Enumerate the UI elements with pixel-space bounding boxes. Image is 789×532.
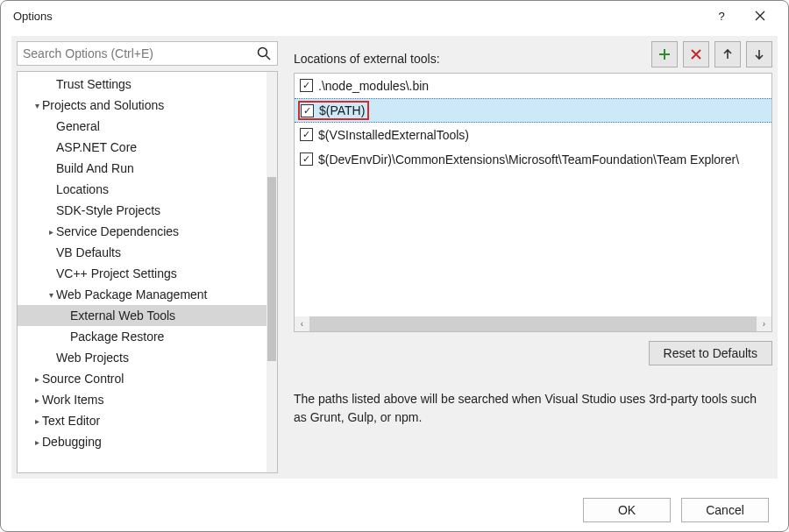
location-text: $(PATH) xyxy=(319,103,365,117)
checkbox[interactable]: ✓ xyxy=(300,128,313,141)
tree-item-label: Projects and Solutions xyxy=(42,98,164,112)
checkbox[interactable]: ✓ xyxy=(301,104,314,117)
tree-item-label: Debugging xyxy=(42,435,102,449)
close-icon xyxy=(755,11,765,21)
location-text: $(VSInstalledExternalTools) xyxy=(318,128,469,142)
tree-item[interactable]: General xyxy=(18,116,267,137)
arrow-up-icon xyxy=(721,48,734,60)
tree-item[interactable]: ▸Service Dependencies xyxy=(18,221,267,242)
tree-item[interactable]: SDK-Style Projects xyxy=(18,200,267,221)
tree-item[interactable]: ▾Web Package Management xyxy=(18,284,267,305)
tree-scroll-thumb[interactable] xyxy=(267,177,276,361)
delete-button[interactable] xyxy=(683,41,709,67)
expander-closed-icon[interactable]: ▸ xyxy=(46,227,56,237)
location-text: .\node_modules\.bin xyxy=(318,79,429,93)
tree-item[interactable]: Trust Settings xyxy=(18,74,267,95)
tree-item-label: Package Restore xyxy=(70,330,164,344)
add-button[interactable] xyxy=(651,41,678,67)
description-text: The paths listed above will be searched … xyxy=(294,390,772,427)
scroll-left-icon[interactable]: ‹ xyxy=(295,316,309,331)
search-input-wrap[interactable] xyxy=(17,41,278,66)
svg-line-1 xyxy=(267,56,271,60)
search-input[interactable] xyxy=(23,46,256,60)
checkbox[interactable]: ✓ xyxy=(300,153,313,166)
locations-listbox[interactable]: ✓.\node_modules\.bin✓$(PATH)✓$(VSInstall… xyxy=(294,73,772,332)
tree-item-label: VC++ Project Settings xyxy=(56,266,177,280)
location-row[interactable]: ✓$(DevEnvDir)\CommonExtensions\Microsoft… xyxy=(295,147,771,172)
highlighted-checkbox-frame: ✓$(PATH) xyxy=(298,101,369,120)
cancel-button[interactable]: Cancel xyxy=(681,498,769,522)
tree-item-label: Work Items xyxy=(42,393,104,407)
move-down-button[interactable] xyxy=(746,41,772,67)
tree-item[interactable]: External Web Tools xyxy=(18,305,267,326)
horizontal-scrollbar[interactable]: ‹ › xyxy=(295,316,771,331)
arrow-down-icon xyxy=(753,48,765,60)
move-up-button[interactable] xyxy=(714,41,741,67)
expander-closed-icon[interactable]: ▸ xyxy=(32,395,42,405)
tree-item[interactable]: Locations xyxy=(18,179,267,200)
tree-item[interactable]: Build And Run xyxy=(18,158,267,179)
expander-closed-icon[interactable]: ▸ xyxy=(32,374,42,384)
location-row[interactable]: ✓$(PATH) xyxy=(295,98,771,123)
tree-item[interactable]: ▸Source Control xyxy=(18,368,267,389)
checkbox[interactable]: ✓ xyxy=(300,79,313,92)
search-icon xyxy=(256,46,272,61)
expander-open-icon[interactable]: ▾ xyxy=(32,101,42,110)
list-label: Locations of external tools: xyxy=(294,52,440,67)
ok-button[interactable]: OK xyxy=(583,498,671,522)
scroll-right-icon[interactable]: › xyxy=(757,316,771,331)
tree-item-label: Text Editor xyxy=(42,414,100,428)
expander-closed-icon[interactable]: ▸ xyxy=(32,437,42,447)
svg-point-0 xyxy=(259,48,267,57)
tree-item[interactable]: ▾Projects and Solutions xyxy=(18,95,267,116)
location-row[interactable]: ✓.\node_modules\.bin xyxy=(295,74,771,98)
tree-item-label: Locations xyxy=(56,182,109,196)
expander-closed-icon[interactable]: ▸ xyxy=(32,416,42,426)
tree-item-label: Source Control xyxy=(42,372,124,386)
tree-item-label: Trust Settings xyxy=(56,77,132,91)
location-row[interactable]: ✓$(VSInstalledExternalTools) xyxy=(295,123,771,147)
tree-item[interactable]: VC++ Project Settings xyxy=(18,263,267,284)
tree-item[interactable]: ASP.NET Core xyxy=(18,137,267,158)
tree-item[interactable]: ▸Work Items xyxy=(18,389,267,410)
expander-open-icon[interactable]: ▾ xyxy=(46,290,56,300)
plus-icon xyxy=(658,47,672,61)
x-icon xyxy=(690,48,702,60)
tree-item-label: ASP.NET Core xyxy=(56,140,137,154)
help-button[interactable]: ? xyxy=(702,3,741,29)
close-button[interactable] xyxy=(741,3,779,29)
tree-item-label: Web Package Management xyxy=(56,287,208,301)
window-title: Options xyxy=(10,10,702,23)
tree-item-label: General xyxy=(56,119,100,133)
tree-item-label: VB Defaults xyxy=(56,245,121,259)
options-tree[interactable]: Trust Settings▾Projects and SolutionsGen… xyxy=(18,72,267,472)
tree-item[interactable]: ▸Debugging xyxy=(18,431,267,452)
reset-defaults-button[interactable]: Reset to Defaults xyxy=(649,341,772,365)
tree-item[interactable]: VB Defaults xyxy=(18,242,267,263)
tree-item-label: SDK-Style Projects xyxy=(56,203,160,217)
tree-item-label: Web Projects xyxy=(56,351,129,365)
tree-item[interactable]: Web Projects xyxy=(18,347,267,368)
tree-item-label: External Web Tools xyxy=(70,309,175,323)
location-text: $(DevEnvDir)\CommonExtensions\Microsoft\… xyxy=(318,153,739,167)
tree-item-label: Service Dependencies xyxy=(56,224,179,238)
tree-scrollbar[interactable] xyxy=(267,72,277,472)
tree-item[interactable]: Package Restore xyxy=(18,326,267,347)
tree-item-label: Build And Run xyxy=(56,161,134,175)
tree-item[interactable]: ▸Text Editor xyxy=(18,410,267,431)
